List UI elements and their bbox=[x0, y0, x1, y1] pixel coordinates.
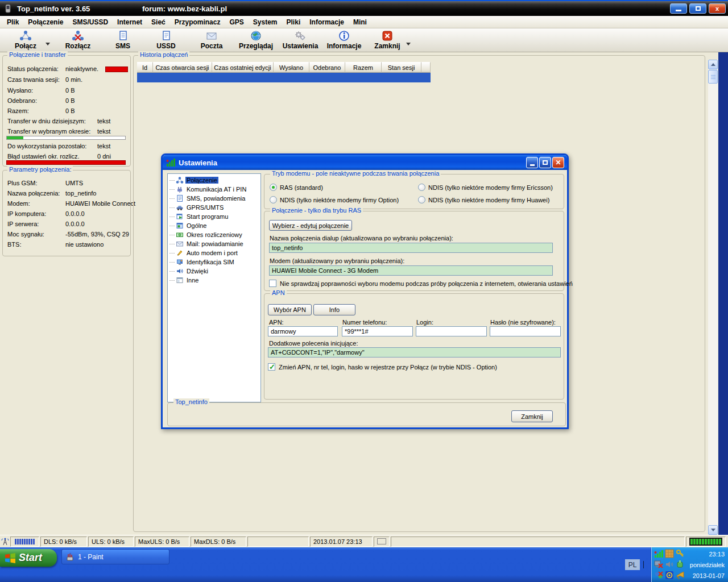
connect-button[interactable]: Połącz bbox=[8, 29, 43, 52]
history-vertical-scrollbar[interactable] bbox=[708, 60, 718, 535]
minimize-button[interactable] bbox=[670, 3, 687, 14]
menu-przypominacz[interactable]: Przypominacz bbox=[170, 16, 225, 28]
apn-info-button[interactable]: Info bbox=[313, 304, 355, 315]
menu-polaczenie[interactable]: Połączenie bbox=[23, 16, 68, 28]
gears-icon bbox=[294, 30, 307, 41]
tree-item-start-programu[interactable]: Start programu bbox=[168, 212, 260, 221]
col-id[interactable]: Id bbox=[137, 62, 153, 73]
remaining-label: Do wykorzystania pozostało: bbox=[7, 143, 86, 149]
phone-field[interactable] bbox=[342, 326, 413, 336]
tree-item-dzwieki[interactable]: Dźwięki bbox=[168, 267, 260, 276]
plus-gsm-label: Plus GSM: bbox=[7, 180, 38, 186]
session-label: Czas trwania sesji: bbox=[7, 76, 60, 83]
skip-modem-check-checkbox[interactable]: Nie sprawdzaj poprawności wyboru modemu … bbox=[269, 280, 573, 287]
registry-apn-checkbox[interactable]: Zmień APN, nr tel, login, hasło w rejest… bbox=[268, 363, 497, 371]
dialog-maximize-button[interactable] bbox=[539, 157, 551, 168]
error-value: 0 dni bbox=[97, 153, 111, 160]
scroll-thumb[interactable] bbox=[708, 70, 718, 84]
tree-item-okres[interactable]: Okres rozliczeniowy bbox=[168, 230, 260, 239]
menu-informacje[interactable]: Informacje bbox=[305, 16, 349, 28]
tray-horn-icon[interactable] bbox=[676, 571, 685, 580]
menu-internet[interactable]: Internet bbox=[113, 16, 147, 28]
menu-siec[interactable]: Sieć bbox=[147, 16, 170, 28]
exit-dropdown-arrow[interactable] bbox=[406, 43, 411, 45]
col-sent[interactable]: Wysłano bbox=[274, 62, 309, 73]
dialog-minimize-button[interactable] bbox=[526, 157, 538, 168]
tree-item-ogolne[interactable]: Ogólne bbox=[168, 221, 260, 230]
tray-device-icon[interactable] bbox=[676, 560, 685, 569]
start-button[interactable]: Start bbox=[0, 549, 57, 567]
ussd-document-icon bbox=[160, 30, 172, 41]
tree-item-auto-modem[interactable]: Auto modem i port bbox=[168, 248, 260, 257]
menu-sms-ussd[interactable]: SMS/USSD bbox=[68, 16, 113, 28]
phone-label: Numer telefonu: bbox=[342, 319, 387, 326]
system-tray: 23:13 poniedziałek 2013-01-07 bbox=[651, 547, 728, 582]
menu-system[interactable]: System bbox=[249, 16, 282, 28]
login-field[interactable] bbox=[416, 326, 487, 336]
signal-label: Moc sygnału: bbox=[7, 231, 44, 238]
tree-item-komunikacja[interactable]: Komunikacja AT i PIN bbox=[168, 185, 260, 194]
tray-keys-icon[interactable] bbox=[676, 549, 685, 558]
col-session-state[interactable]: Stan sesji bbox=[382, 62, 421, 73]
language-indicator[interactable]: PL bbox=[625, 559, 640, 570]
radio-ras[interactable]: RAS (standard) bbox=[270, 184, 323, 191]
taskbar-item-paint[interactable]: 1 - Paint bbox=[61, 549, 169, 564]
menu-gps[interactable]: GPS bbox=[225, 16, 248, 28]
browse-button[interactable]: Przeglądaj bbox=[234, 29, 278, 52]
history-selected-row[interactable] bbox=[137, 73, 431, 82]
disconnect-button[interactable]: Rozłącz bbox=[59, 29, 97, 52]
tray-app-icon[interactable] bbox=[665, 549, 674, 558]
connect-dropdown-arrow[interactable] bbox=[46, 43, 50, 45]
mail-button[interactable]: Poczta bbox=[193, 29, 230, 52]
misc-window-icon bbox=[176, 276, 184, 284]
radio-ndis-ericsson[interactable]: NDIS (tylko niektóre modemy firmy Ericss… bbox=[418, 184, 553, 191]
info-button[interactable]: Informacje bbox=[323, 29, 365, 52]
tray-offline-icon[interactable] bbox=[654, 560, 663, 569]
col-total[interactable]: Razem bbox=[345, 62, 382, 73]
col-session-open[interactable]: Czas otwarcia sesji bbox=[153, 62, 212, 73]
received-value: 0 B bbox=[65, 97, 75, 104]
settings-button[interactable]: Ustawienia bbox=[280, 29, 321, 52]
menu-plik[interactable]: Plik bbox=[2, 16, 23, 28]
app-titlebar: Top_netinfo ver. 3.65 forum: www.bez-kab… bbox=[0, 0, 728, 16]
apn-field[interactable] bbox=[268, 326, 338, 336]
tray-wireless-icon[interactable] bbox=[665, 571, 674, 580]
tree-item-inne[interactable]: Inne bbox=[168, 276, 260, 285]
init-commands-field[interactable] bbox=[268, 347, 561, 357]
tray-signal-icon[interactable] bbox=[654, 549, 663, 558]
maximize-button[interactable] bbox=[689, 3, 706, 14]
menu-mini[interactable]: Mini bbox=[349, 16, 371, 28]
tray-volume-icon[interactable] bbox=[665, 560, 674, 569]
tray-network-error-icon[interactable] bbox=[654, 571, 663, 580]
modem-mode-title: Tryb modemu - pole nieaktywne podczas tr… bbox=[270, 170, 441, 177]
tree-item-gprs[interactable]: GPRS/UMTS bbox=[168, 203, 260, 212]
menu-pliki[interactable]: Pliki bbox=[282, 16, 305, 28]
ussd-button[interactable]: USSD bbox=[149, 29, 183, 52]
apn-select-button[interactable]: Wybór APN bbox=[268, 304, 312, 315]
tree-item-mail[interactable]: Mail: powiadamianie bbox=[168, 239, 260, 248]
col-received[interactable]: Odebrano bbox=[309, 62, 345, 73]
tree-item-polaczenie[interactable]: Połączenie bbox=[168, 176, 260, 185]
radio-ndis-option[interactable]: NDIS (tylko niektóre modemy firmy Option… bbox=[270, 196, 399, 203]
apn-group: APN Wybór APN Info APN: Numer telefonu: … bbox=[264, 293, 564, 400]
choose-connection-button[interactable]: Wybierz - edytuj połączenie bbox=[269, 220, 352, 231]
dialog-close-button[interactable]: ✕ bbox=[552, 157, 564, 168]
exit-button[interactable]: Zamknij bbox=[371, 29, 404, 52]
password-field[interactable] bbox=[490, 326, 561, 336]
init-commands-label: Dodatkowe polecenia inicjujące: bbox=[269, 340, 358, 347]
sms-button[interactable]: SMS bbox=[107, 29, 139, 52]
apn-label: APN: bbox=[269, 319, 284, 326]
dialup-name-field[interactable] bbox=[269, 243, 553, 253]
col-last-edit[interactable]: Czas ostatniej edycji bbox=[212, 62, 274, 73]
ras-modem-field[interactable] bbox=[269, 265, 553, 276]
scroll-up-button[interactable] bbox=[708, 60, 718, 69]
dialog-zamknij-button[interactable]: Zamknij bbox=[511, 410, 553, 422]
apn-group-title: APN bbox=[270, 289, 287, 296]
close-button[interactable]: x bbox=[709, 3, 726, 14]
tree-item-sms[interactable]: SMS, powiadomienia bbox=[168, 194, 260, 203]
right-edge-strip bbox=[718, 52, 728, 535]
tree-item-sim[interactable]: Identyfikacja SIM bbox=[168, 257, 260, 267]
radio-ndis-huawei[interactable]: NDIS (tylko niektóre modemy firmy Huawei… bbox=[418, 196, 549, 203]
scroll-down-button[interactable] bbox=[708, 525, 718, 535]
ip-computer-label: IP komputera: bbox=[7, 210, 46, 217]
